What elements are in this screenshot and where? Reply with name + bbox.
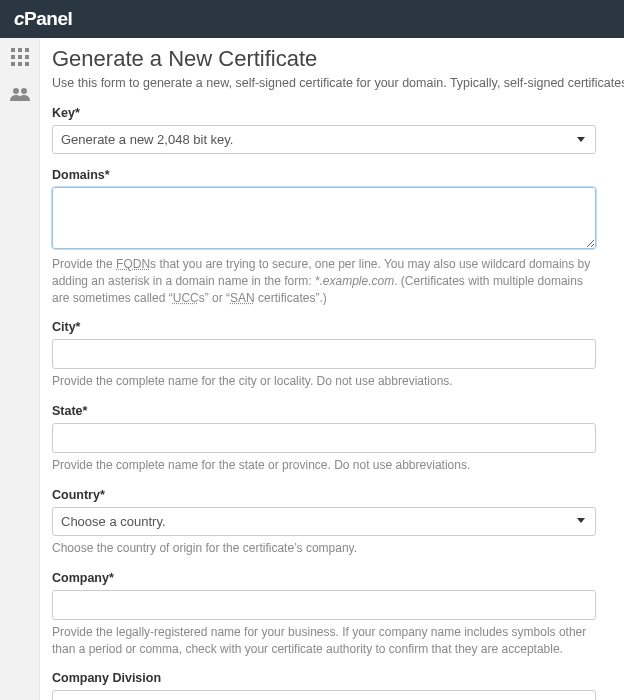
field-division: Company Division Provide the name of the…	[52, 671, 624, 700]
state-input[interactable]	[52, 423, 596, 453]
svg-rect-7	[18, 62, 22, 66]
field-domains: Domains* Provide the FQDNs that you are …	[52, 168, 624, 306]
brand-logo: cPanel	[14, 8, 72, 30]
field-city: City* Provide the complete name for the …	[52, 320, 624, 390]
field-company: Company* Provide the legally-registered …	[52, 571, 624, 658]
domains-textarea[interactable]	[52, 187, 596, 249]
field-key: Key* Generate a new 2,048 bit key.	[52, 106, 624, 154]
svg-rect-4	[18, 55, 22, 59]
page-title: Generate a New Certificate	[52, 46, 624, 72]
topbar: cPanel	[0, 0, 624, 38]
division-input[interactable]	[52, 690, 596, 700]
svg-point-10	[21, 88, 27, 94]
country-select[interactable]: Choose a country.	[52, 507, 596, 536]
svg-rect-6	[11, 62, 15, 66]
state-help: Provide the complete name for the state …	[52, 457, 596, 474]
domains-label: Domains*	[52, 168, 596, 182]
left-sidebar	[0, 38, 40, 700]
field-state: State* Provide the complete name for the…	[52, 404, 624, 474]
company-input[interactable]	[52, 590, 596, 620]
intro-text: Use this form to generate a new, self-si…	[52, 76, 624, 90]
domains-help: Provide the FQDNs that you are trying to…	[52, 256, 596, 306]
svg-rect-1	[18, 48, 22, 52]
city-input[interactable]	[52, 339, 596, 369]
key-select[interactable]: Generate a new 2,048 bit key.	[52, 125, 596, 154]
svg-rect-2	[25, 48, 29, 52]
city-help: Provide the complete name for the city o…	[52, 373, 596, 390]
users-icon[interactable]	[10, 87, 30, 104]
svg-rect-5	[25, 55, 29, 59]
company-label: Company*	[52, 571, 596, 585]
company-help: Provide the legally-registered name for …	[52, 624, 596, 658]
svg-rect-8	[25, 62, 29, 66]
city-label: City*	[52, 320, 596, 334]
field-country: Country* Choose a country. Choose the co…	[52, 488, 624, 557]
page-body: Generate a New Certificate Use this form…	[0, 38, 624, 700]
svg-rect-0	[11, 48, 15, 52]
key-label: Key*	[52, 106, 596, 120]
state-label: State*	[52, 404, 596, 418]
grid-icon[interactable]	[11, 48, 29, 69]
svg-rect-3	[11, 55, 15, 59]
country-help: Choose the country of origin for the cer…	[52, 540, 596, 557]
main-content: Generate a New Certificate Use this form…	[40, 38, 624, 700]
svg-point-9	[13, 88, 19, 94]
country-label: Country*	[52, 488, 596, 502]
division-label: Company Division	[52, 671, 596, 685]
